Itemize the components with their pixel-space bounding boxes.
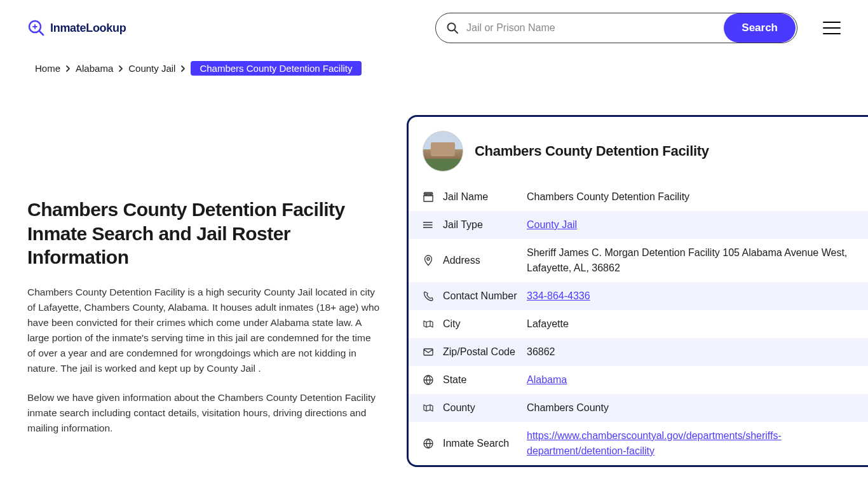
- header: InmateLookup Search: [0, 0, 868, 56]
- breadcrumb-type[interactable]: County Jail: [128, 63, 175, 74]
- card-title: Chambers County Detention Facility: [475, 143, 709, 159]
- info-row: Zip/Postal Code36862: [409, 338, 868, 366]
- row-label: County: [443, 402, 518, 414]
- row-icon: [423, 438, 434, 449]
- svg-point-4: [423, 227, 424, 228]
- search-form: Search: [435, 13, 797, 43]
- info-row: AddressSheriff James C. Morgan Detention…: [409, 239, 868, 282]
- row-icon: [423, 346, 434, 358]
- chevron-right-icon: [117, 65, 125, 72]
- row-label: Zip/Postal Code: [443, 346, 518, 358]
- row-icon: [423, 402, 434, 414]
- row-icon: [423, 374, 434, 386]
- breadcrumb-current: Chambers County Detention Facility: [191, 61, 361, 76]
- row-label: City: [443, 318, 518, 330]
- row-value: Chambers County: [527, 400, 609, 416]
- info-row: Jail NameChambers County Detention Facil…: [409, 183, 868, 211]
- paragraph-1: Chambers County Detention Facility is a …: [27, 285, 381, 376]
- svg-point-5: [427, 258, 430, 261]
- main-content: Chambers County Detention Facility Inmat…: [0, 109, 868, 467]
- left-column: Chambers County Detention Facility Inmat…: [0, 109, 381, 467]
- chevron-right-icon: [179, 65, 187, 72]
- card-header: Chambers County Detention Facility: [409, 117, 868, 183]
- row-icon: [423, 290, 434, 302]
- search-icon: [446, 22, 459, 34]
- info-card: Chambers County Detention Facility Jail …: [407, 115, 868, 467]
- row-label: Contact Number: [443, 290, 518, 302]
- menu-icon[interactable]: [823, 22, 841, 34]
- info-row: CityLafayette: [409, 310, 868, 338]
- facility-avatar: [423, 131, 463, 172]
- row-value: Sheriff James C. Morgan Detention Facili…: [527, 245, 854, 276]
- logo[interactable]: InmateLookup: [27, 19, 126, 37]
- chevron-right-icon: [64, 65, 72, 72]
- row-value: Chambers County Detention Facility: [527, 189, 689, 205]
- row-value[interactable]: County Jail: [527, 217, 577, 233]
- row-value[interactable]: Alabama: [527, 372, 567, 388]
- logo-icon: [27, 19, 45, 37]
- row-label: Jail Name: [443, 191, 518, 203]
- row-label: Jail Type: [443, 219, 518, 231]
- info-row: StateAlabama: [409, 366, 868, 394]
- page-title: Chambers County Detention Facility Inmat…: [27, 198, 381, 269]
- row-icon: [423, 255, 434, 266]
- svg-point-2: [423, 222, 424, 223]
- info-row: Inmate Searchhttps://www.chamberscountya…: [409, 422, 868, 465]
- row-label: Address: [443, 255, 518, 266]
- row-icon: [423, 219, 434, 231]
- search-button[interactable]: Search: [724, 13, 796, 43]
- breadcrumb: Home Alabama County Jail Chambers County…: [0, 56, 868, 83]
- info-row: CountyChambers County: [409, 394, 868, 422]
- row-icon: [423, 191, 434, 203]
- row-value[interactable]: 334-864-4336: [527, 288, 590, 304]
- logo-text: InmateLookup: [50, 22, 126, 35]
- breadcrumb-state[interactable]: Alabama: [76, 63, 113, 74]
- svg-point-3: [423, 224, 424, 226]
- row-icon: [423, 318, 434, 330]
- row-value[interactable]: https://www.chamberscountyal.gov/departm…: [527, 428, 854, 459]
- row-value: Lafayette: [527, 316, 569, 332]
- right-column: Chambers County Detention Facility Jail …: [407, 109, 868, 467]
- row-label: Inmate Search: [443, 438, 518, 449]
- paragraph-2: Below we have given information about th…: [27, 390, 381, 436]
- row-label: State: [443, 374, 518, 386]
- breadcrumb-home[interactable]: Home: [35, 63, 60, 74]
- info-row: Contact Number334-864-4336: [409, 282, 868, 310]
- info-row: Jail TypeCounty Jail: [409, 211, 868, 239]
- search-input[interactable]: [459, 13, 722, 43]
- header-right: Search: [435, 13, 841, 43]
- row-value: 36862: [527, 344, 555, 360]
